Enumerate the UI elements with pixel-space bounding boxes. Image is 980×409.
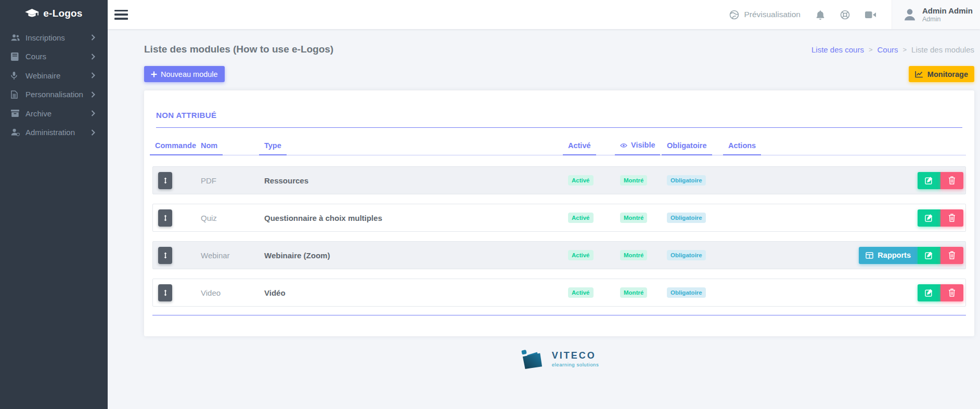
active-badge: Activé bbox=[568, 175, 594, 186]
column-header-visible[interactable]: Visible bbox=[615, 141, 660, 155]
app-logo[interactable]: e-Logos bbox=[0, 0, 108, 27]
reports-button[interactable]: Rapports bbox=[859, 247, 918, 264]
trash-icon bbox=[948, 214, 956, 222]
arrows-up-down-icon bbox=[162, 214, 169, 222]
arrows-up-down-icon bbox=[162, 177, 169, 184]
breadcrumb-separator: > bbox=[903, 46, 907, 54]
breadcrumb-current: Liste des modules bbox=[911, 45, 974, 54]
app-logo-text: e-Logos bbox=[43, 8, 82, 19]
sidebar-item-inscriptions[interactable]: Inscriptions bbox=[0, 28, 108, 47]
monitoring-button[interactable]: Monitorage bbox=[909, 66, 974, 82]
table-row: PDF Ressources Activé Montré Obligatoire bbox=[152, 166, 966, 194]
column-header-nom[interactable]: Nom bbox=[196, 141, 223, 155]
trash-icon bbox=[948, 288, 956, 297]
new-module-button[interactable]: Nouveau module bbox=[144, 66, 225, 82]
plus-icon bbox=[151, 71, 157, 77]
table-header: Commande Nom Type Activé Visible Obligat… bbox=[152, 128, 966, 155]
viteco-folder-logo bbox=[520, 348, 545, 370]
life-ring-icon bbox=[840, 10, 850, 20]
sidebar-item-label: Administration bbox=[25, 128, 91, 137]
arrows-up-down-icon bbox=[162, 252, 169, 259]
table-icon bbox=[866, 252, 873, 259]
edit-pencil-icon bbox=[925, 214, 933, 222]
footer-tagline: elearning solutions bbox=[552, 362, 599, 367]
video-call-button[interactable] bbox=[865, 11, 876, 19]
edit-pencil-icon bbox=[925, 251, 933, 259]
delete-button[interactable] bbox=[940, 247, 963, 264]
topbar: Prévisualisation Admin Admin Admin bbox=[108, 0, 980, 29]
chevron-right-icon bbox=[91, 110, 95, 116]
sidebar-item-administration[interactable]: Administration bbox=[0, 123, 108, 142]
breadcrumb-link-liste-des-cours[interactable]: Liste des cours bbox=[811, 45, 864, 54]
app-root: e-Logos Inscriptions Cours Webinaire Per… bbox=[0, 0, 980, 409]
edit-pencil-icon bbox=[925, 288, 933, 297]
edit-button[interactable] bbox=[918, 209, 940, 227]
breadcrumb-link-cours[interactable]: Cours bbox=[877, 45, 898, 54]
trash-icon bbox=[948, 176, 956, 184]
drag-handle[interactable] bbox=[158, 247, 172, 264]
chevron-right-icon bbox=[91, 34, 95, 41]
video-camera-icon bbox=[865, 11, 876, 19]
support-lifering-button[interactable] bbox=[840, 10, 850, 20]
column-header-active[interactable]: Activé bbox=[563, 141, 596, 155]
visible-badge: Montré bbox=[620, 287, 647, 298]
module-type: Questionnaire à choix multiples bbox=[264, 214, 568, 222]
table-row: Quiz Questionnaire à choix multiples Act… bbox=[152, 204, 966, 232]
sidebar-nav: Inscriptions Cours Webinaire Personnalis… bbox=[0, 27, 108, 142]
column-header-obligatoire[interactable]: Obligatoire bbox=[662, 141, 712, 155]
drag-handle[interactable] bbox=[158, 284, 172, 301]
column-header-actions: Actions bbox=[723, 141, 761, 155]
user-shield-icon bbox=[11, 128, 20, 137]
module-name: Webinar bbox=[201, 251, 264, 260]
column-header-type[interactable]: Type bbox=[259, 141, 287, 155]
active-badge: Activé bbox=[568, 250, 594, 260]
breadcrumb: Liste des cours > Cours > Liste des modu… bbox=[811, 45, 974, 54]
bell-icon bbox=[816, 10, 825, 20]
drag-handle[interactable] bbox=[158, 209, 172, 227]
module-type: Ressources bbox=[264, 176, 568, 185]
sidebar-item-label: Cours bbox=[25, 52, 91, 61]
active-badge: Activé bbox=[568, 213, 594, 223]
preview-button[interactable]: Prévisualisation bbox=[729, 10, 801, 20]
sidebar-item-archive[interactable]: Archive bbox=[0, 104, 108, 123]
user-role: Admin bbox=[922, 16, 973, 23]
module-type: Vidéo bbox=[264, 288, 568, 297]
sidebar-item-personnalisation[interactable]: Personnalisation bbox=[0, 85, 108, 104]
new-module-label: Nouveau module bbox=[161, 70, 218, 78]
mandatory-badge: Obligatoire bbox=[667, 287, 706, 298]
delete-button[interactable] bbox=[940, 172, 963, 189]
edit-button[interactable] bbox=[918, 247, 940, 264]
chart-line-icon bbox=[915, 71, 923, 78]
sidebar-item-cours[interactable]: Cours bbox=[0, 47, 108, 67]
module-name: Quiz bbox=[201, 214, 264, 222]
mandatory-badge: Obligatoire bbox=[667, 175, 706, 186]
book-icon bbox=[11, 52, 20, 61]
eye-icon bbox=[620, 141, 627, 150]
main-content: Liste des modules (How to use e-Logos) L… bbox=[108, 29, 980, 409]
sidebar-item-label: Archive bbox=[25, 109, 91, 118]
page-title: Liste des modules (How to use e-Logos) bbox=[144, 44, 333, 55]
edit-button[interactable] bbox=[918, 172, 940, 189]
sidebar: e-Logos Inscriptions Cours Webinaire Per… bbox=[0, 0, 108, 409]
arrows-up-down-icon bbox=[162, 289, 169, 297]
visible-badge: Montré bbox=[620, 250, 647, 260]
table-row: Webinar Webinaire (Zoom) Activé Montré O… bbox=[152, 241, 966, 269]
mandatory-badge: Obligatoire bbox=[667, 250, 706, 260]
delete-button[interactable] bbox=[940, 284, 963, 301]
notifications-button[interactable] bbox=[816, 10, 825, 20]
sidebar-item-webinaire[interactable]: Webinaire bbox=[0, 66, 108, 85]
drag-handle[interactable] bbox=[158, 172, 172, 189]
microphone-icon bbox=[11, 71, 20, 80]
delete-button[interactable] bbox=[940, 209, 963, 227]
file-icon bbox=[11, 90, 20, 99]
module-name: Video bbox=[201, 288, 264, 297]
globe-icon bbox=[729, 10, 739, 20]
user-menu[interactable]: Admin Admin Admin bbox=[892, 0, 980, 29]
menu-toggle-button[interactable] bbox=[114, 10, 128, 20]
avatar-icon bbox=[902, 7, 917, 22]
column-header-commande[interactable]: Commande bbox=[150, 141, 201, 155]
visible-badge: Montré bbox=[620, 175, 647, 186]
reports-label: Rapports bbox=[878, 251, 911, 259]
module-rows: PDF Ressources Activé Montré Obligatoire… bbox=[152, 166, 966, 315]
edit-button[interactable] bbox=[918, 284, 940, 301]
